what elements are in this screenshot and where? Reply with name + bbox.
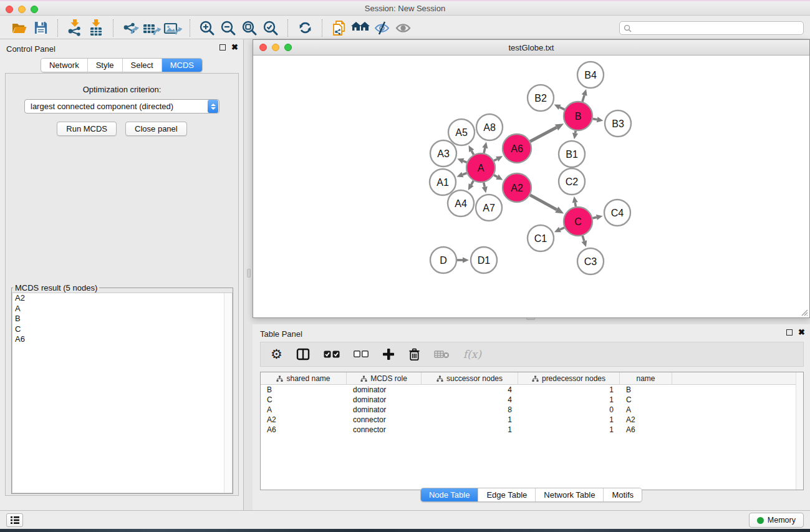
memory-button[interactable]: Memory: [749, 513, 804, 528]
edge-A6-B[interactable]: [530, 127, 556, 141]
export-network-button[interactable]: [120, 19, 141, 37]
graph-node-A1[interactable]: A1: [430, 169, 456, 195]
mcds-result-list[interactable]: A2ABCA6: [12, 293, 233, 493]
column-header-name[interactable]: name: [620, 372, 672, 385]
edge-C-C3[interactable]: [582, 236, 584, 241]
zoom-window-button[interactable]: [31, 6, 38, 13]
network-graph[interactable]: B4B2BB3A8A5A6A3B1AC2A1A2A4A7C4CC1C3DD1: [253, 56, 809, 317]
close-window-button[interactable]: [6, 6, 13, 13]
zoom-out-button[interactable]: [218, 19, 239, 37]
graph-node-C[interactable]: C: [564, 207, 592, 236]
vertical-splitter-grip[interactable]: [247, 269, 251, 278]
edge-A-A8[interactable]: [484, 148, 485, 153]
graph-node-B3[interactable]: B3: [605, 110, 631, 137]
edge-A-A6[interactable]: [494, 159, 497, 161]
list-item[interactable]: A: [12, 304, 232, 314]
column-header-shared-name[interactable]: shared name: [261, 372, 347, 385]
network-canvas[interactable]: B4B2BB3A8A5A6A3B1AC2A1A2A4A7C4CC1C3DD1: [253, 56, 809, 317]
graph-node-B2[interactable]: B2: [528, 85, 554, 111]
show-task-history-button[interactable]: [6, 513, 23, 527]
search-field[interactable]: [619, 21, 804, 35]
edge-C-C4[interactable]: [592, 217, 596, 218]
run-mcds-button[interactable]: Run MCDS: [57, 122, 117, 136]
list-item[interactable]: B: [12, 314, 232, 324]
graph-node-A4[interactable]: A4: [448, 190, 474, 216]
graph-node-C3[interactable]: C3: [577, 248, 604, 274]
edge-C-C2[interactable]: [575, 203, 576, 207]
table-row[interactable]: A2connector11A2: [261, 415, 803, 425]
tab-mcds[interactable]: MCDS: [162, 59, 202, 72]
graph-node-A6[interactable]: A6: [503, 134, 531, 163]
edge-A-A2[interactable]: [494, 175, 497, 177]
column-header-predecessor-nodes[interactable]: predecessor nodes: [518, 372, 620, 385]
edge-A-A3[interactable]: [463, 161, 467, 162]
edge-A-A4[interactable]: [471, 181, 474, 185]
delete-table-button[interactable]: [434, 345, 450, 364]
graph-node-A3[interactable]: A3: [430, 140, 456, 167]
graph-node-C2[interactable]: C2: [559, 168, 585, 195]
graph-node-C1[interactable]: C1: [528, 225, 554, 251]
list-item[interactable]: A6: [12, 334, 232, 345]
resize-grip-icon[interactable]: [799, 307, 808, 316]
select-all-rows-button[interactable]: [324, 345, 340, 364]
graph-node-A8[interactable]: A8: [476, 114, 503, 140]
list-item[interactable]: C: [12, 324, 232, 335]
edge-B-B2[interactable]: [560, 107, 565, 110]
tab-node-table[interactable]: Node Table: [421, 488, 479, 501]
table-mode-button[interactable]: ⚙: [271, 345, 282, 364]
toggle-graphics-details-button[interactable]: [371, 19, 392, 37]
tab-style[interactable]: Style: [88, 59, 123, 72]
graph-node-B1[interactable]: B1: [559, 141, 585, 167]
close-panel-button[interactable]: Close panel: [125, 122, 187, 136]
export-table-button[interactable]: [141, 19, 162, 37]
tab-edge-table[interactable]: Edge Table: [478, 488, 536, 501]
graph-node-B[interactable]: B: [564, 102, 592, 130]
delete-columns-button[interactable]: [408, 345, 420, 364]
deselect-all-rows-button[interactable]: [354, 345, 369, 364]
table-row[interactable]: Adominator80A: [261, 405, 803, 415]
tab-motifs[interactable]: Motifs: [604, 488, 642, 501]
create-column-button[interactable]: [382, 345, 395, 364]
table-row[interactable]: Cdominator41C: [261, 395, 803, 405]
import-network-button[interactable]: [64, 19, 85, 37]
graph-node-D[interactable]: D: [430, 247, 456, 273]
result-list-scrollbar[interactable]: [224, 293, 232, 493]
graph-node-A[interactable]: A: [466, 153, 495, 182]
column-header-successor-nodes[interactable]: successor nodes: [422, 372, 518, 385]
minimize-window-button[interactable]: [18, 6, 26, 13]
edge-A-A1[interactable]: [463, 173, 467, 175]
table-row[interactable]: A6connector11A6: [261, 425, 803, 435]
list-item[interactable]: A2: [12, 293, 232, 304]
edge-A-A7[interactable]: [484, 183, 485, 187]
edge-B-B4[interactable]: [582, 95, 584, 102]
zoom-fit-button[interactable]: [239, 19, 260, 37]
minimize-network-window-button[interactable]: [272, 44, 279, 51]
save-session-button[interactable]: [30, 19, 51, 37]
function-builder-button[interactable]: f(x): [463, 345, 481, 364]
tab-network-table[interactable]: Network Table: [536, 488, 604, 501]
table-row[interactable]: Bdominator41B: [261, 385, 803, 395]
edge-A-A5[interactable]: [471, 151, 473, 155]
open-file-button[interactable]: [9, 19, 30, 37]
graph-node-A7[interactable]: A7: [476, 195, 502, 221]
graph-node-B4[interactable]: B4: [577, 62, 604, 88]
close-table-panel-icon[interactable]: ✖: [798, 329, 805, 336]
close-panel-icon[interactable]: ✖: [231, 44, 238, 51]
export-image-button[interactable]: [162, 19, 183, 37]
edge-A2-C[interactable]: [530, 195, 557, 210]
graph-node-A5[interactable]: A5: [448, 119, 475, 145]
tab-select[interactable]: Select: [123, 59, 162, 72]
zoom-in-button[interactable]: [196, 19, 218, 37]
graph-node-C4[interactable]: C4: [604, 200, 630, 226]
edge-C-C1[interactable]: [560, 228, 564, 230]
import-table-button[interactable]: [85, 19, 107, 37]
float-table-panel-icon[interactable]: [786, 329, 793, 336]
show-columns-button[interactable]: [296, 345, 310, 364]
column-header-mcds-role[interactable]: MCDS role: [347, 372, 422, 385]
refresh-button[interactable]: [294, 19, 316, 37]
optimization-criterion-select[interactable]: largest connected component (directed): [24, 99, 219, 114]
edge-B-B3[interactable]: [593, 118, 597, 119]
zoom-selected-button[interactable]: [260, 19, 281, 37]
float-panel-icon[interactable]: [219, 44, 226, 51]
birdseye-view-button[interactable]: [392, 19, 413, 37]
